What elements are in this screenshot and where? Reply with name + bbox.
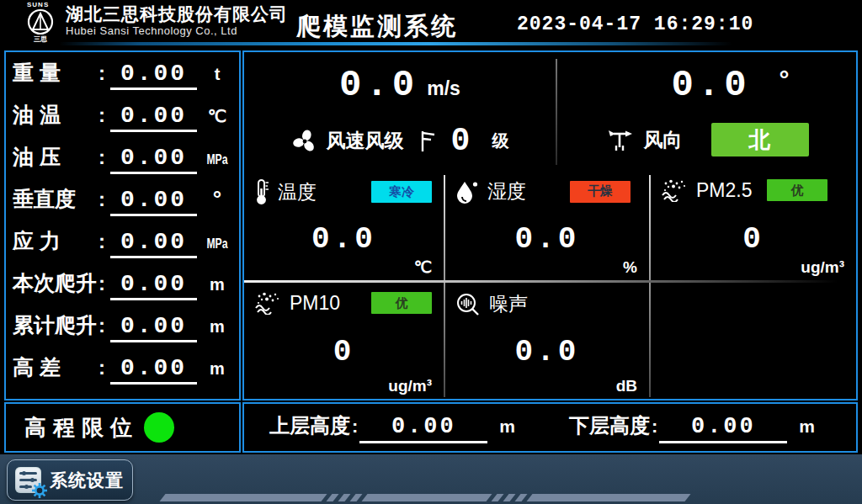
pm25-cell: PM2.5 优 0 ug/m³	[651, 170, 856, 280]
wind-speed-cell: 0.0 m/s 风速风级 0	[244, 52, 556, 170]
fan-icon	[291, 128, 318, 155]
colon: :	[98, 230, 109, 253]
company-logo: SUNS 三思	[22, 1, 59, 43]
colon: :	[352, 416, 358, 438]
pm10-label: PM10	[290, 292, 340, 315]
measure-value: 0.00	[110, 229, 197, 258]
colon: :	[98, 314, 109, 337]
measure-unit: ℃	[202, 106, 232, 126]
stripe-slash	[338, 494, 350, 501]
measurement-panel: 重 量: 0.00 t 油 温: 0.00 ℃ 油 压: 0.00 MPa 垂直…	[4, 50, 241, 401]
measure-unit: MPa	[206, 151, 228, 168]
lower-height-field: 下层高度: 0.00 m	[569, 412, 815, 443]
measure-label: 应 力	[13, 227, 98, 255]
wind-level-value: 0	[451, 123, 471, 159]
humidity-value: 0.0	[445, 222, 649, 257]
company-name-cn: 湖北三思科技股份有限公司	[66, 3, 288, 24]
measure-unit: m	[202, 317, 232, 337]
slider-dot	[22, 471, 26, 475]
wind-direction-label: 风向	[644, 127, 683, 153]
logo-suns-text: SUNS	[22, 1, 59, 8]
measure-value: 0.00	[110, 313, 197, 342]
slider-dot	[24, 485, 29, 489]
measure-row-stress: 应 力: 0.00 MPa	[13, 227, 232, 266]
temperature-label: 温度	[278, 179, 317, 205]
pm10-cell: PM10 优 0 ug/m³	[244, 283, 444, 399]
elevation-limit-indicator	[144, 412, 174, 443]
thermometer-icon	[254, 178, 269, 205]
measure-label: 垂直度	[13, 185, 98, 213]
system-settings-button[interactable]: 系统设置	[7, 459, 133, 501]
noise-magnifier-icon	[455, 292, 481, 317]
wind-level-flag-icon	[418, 128, 438, 155]
wind-vane-icon	[605, 125, 636, 154]
company-name-en: Hubei Sansi Technology Co., Ltd	[66, 24, 288, 38]
measure-label: 本次爬升	[13, 269, 98, 297]
wind-direction-value-line: 0.0 °	[581, 64, 862, 106]
footer-decorative-stripe	[162, 494, 688, 501]
upper-height-field: 上层高度: 0.00 m	[269, 412, 515, 443]
footer-bar: 系统设置	[0, 454, 862, 504]
colon: :	[98, 188, 109, 211]
measure-row-weight: 重 量: 0.00 t	[13, 59, 232, 98]
temperature-unit: ℃	[414, 257, 432, 277]
measure-row-oil-pressure: 油 压: 0.00 MPa	[13, 143, 232, 182]
pm25-unit: ug/m³	[801, 258, 844, 277]
elevation-limit-panel: 高程限位	[4, 402, 241, 453]
wind-speed-unit: m/s	[427, 77, 460, 100]
measure-row-verticality: 垂直度: 0.00 °	[13, 185, 232, 224]
elevation-limit-label: 高程限位	[24, 413, 139, 443]
page-title: 爬模监测系统	[296, 10, 458, 44]
logo-sansi-text: 三思	[22, 35, 59, 43]
measure-row-oil-temp: 油 温: 0.00 ℃	[13, 101, 232, 140]
wind-direction-label-line: 风向 北	[557, 123, 856, 157]
wind-direction-value: 0.0	[671, 64, 750, 106]
header: SUNS 三思 湖北三思科技股份有限公司 Hubei Sansi Technol…	[0, 0, 862, 45]
datetime-display: 2023-04-17 16:29:10	[517, 13, 753, 35]
measure-unit: m	[202, 359, 232, 379]
colon: :	[98, 356, 109, 379]
lower-height-value: 0.00	[659, 414, 787, 443]
measure-value: 0.00	[110, 103, 197, 132]
pm25-value: 0	[651, 222, 856, 257]
measure-unit: MPa	[206, 236, 228, 252]
pm10-header: PM10 优	[254, 291, 435, 315]
stripe-segment	[361, 494, 492, 501]
settings-button-label: 系统设置	[50, 469, 124, 492]
logo-mark-icon	[27, 8, 54, 35]
measure-label: 累计爬升	[13, 311, 98, 339]
measure-label: 油 温	[13, 101, 98, 129]
pm10-value: 0	[244, 335, 444, 369]
stripe-slash	[326, 494, 338, 501]
stripe-slash	[503, 494, 515, 501]
humidity-header: 湿度 干燥	[455, 178, 641, 204]
temperature-status-badge: 寒冷	[371, 181, 432, 203]
measure-unit: m	[202, 275, 232, 294]
colon: :	[98, 146, 109, 169]
upper-height-value: 0.00	[359, 414, 487, 443]
empty-cell	[651, 283, 856, 399]
wind-level-unit: 级	[492, 130, 508, 152]
humidity-label: 湿度	[487, 178, 526, 204]
wind-direction-cell: 0.0 ° 风向 北	[557, 52, 856, 170]
wind-speed-label-line: 风速风级 0 级	[244, 123, 556, 159]
header-accent-line	[59, 42, 732, 45]
temperature-value: 0.0	[244, 222, 444, 257]
measure-value: 0.00	[110, 145, 197, 174]
temperature-header: 温度 寒冷	[254, 178, 435, 205]
pm25-status-badge: 优	[767, 179, 827, 201]
measure-unit: °	[202, 186, 232, 212]
humidity-drop-icon	[455, 179, 479, 204]
wind-speed-label: 风速风级	[327, 128, 404, 154]
colon: :	[98, 61, 109, 85]
climbing-formwork-monitor-app: SUNS 三思 湖北三思科技股份有限公司 Hubei Sansi Technol…	[0, 0, 862, 504]
measure-label: 油 压	[13, 143, 98, 171]
measure-value: 0.00	[110, 355, 197, 385]
measure-row-current-climb: 本次爬升: 0.00 m	[13, 269, 232, 308]
stripe-segment	[526, 494, 690, 501]
wind-speed-value-line: 0.0 m/s	[244, 64, 556, 106]
humidity-status-badge: 干燥	[570, 181, 631, 203]
measure-row-total-climb: 累计爬升: 0.00 m	[13, 311, 232, 350]
gear-icon	[31, 482, 48, 499]
pm25-header: PM2.5 优	[661, 178, 848, 202]
